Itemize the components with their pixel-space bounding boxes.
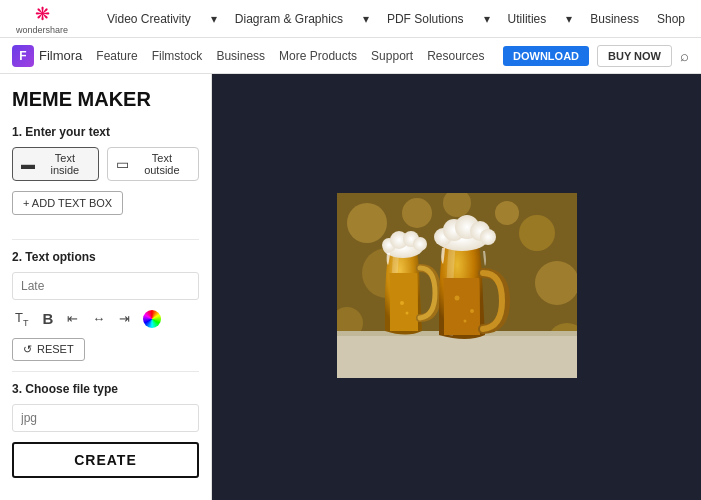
text-inside-label: Text inside <box>40 152 90 176</box>
file-type-section: 3. Choose file type CREATE <box>12 382 199 478</box>
reset-icon: ↺ <box>23 343 32 356</box>
canvas-area <box>212 74 701 500</box>
filmora-logo[interactable]: F Filmora <box>12 45 82 67</box>
svg-point-1 <box>347 203 387 243</box>
filmora-nav-feature[interactable]: Feature <box>96 49 137 63</box>
create-button[interactable]: CREATE <box>12 442 199 478</box>
divider-2 <box>12 371 199 372</box>
meme-maker-title: MEME MAKER <box>12 88 199 111</box>
filmora-logo-text: Filmora <box>39 48 82 63</box>
nav-utilities[interactable]: Utilities <box>508 12 547 26</box>
align-center-button[interactable]: ↔ <box>89 309 108 328</box>
nav-video-creativity[interactable]: Video Creativity <box>107 12 191 26</box>
meme-preview-image <box>337 193 577 378</box>
svg-point-4 <box>519 215 555 251</box>
text-options-section: 2. Text options TT B ⇤ ↔ ⇥ ↺ RESET <box>12 250 199 361</box>
ws-icon: ❋ <box>35 3 50 25</box>
svg-point-23 <box>480 229 496 245</box>
svg-point-2 <box>402 198 432 228</box>
svg-point-6 <box>495 201 519 225</box>
nav-diagram-graphics[interactable]: Diagram & Graphics <box>235 12 343 26</box>
top-navigation: ❋ wondershare Video Creativity▾ Diagram … <box>0 0 701 38</box>
svg-point-27 <box>470 309 474 313</box>
color-picker-button[interactable] <box>143 310 161 328</box>
file-type-input[interactable] <box>12 404 199 432</box>
top-nav-links: Video Creativity▾ Diagram & Graphics▾ PD… <box>107 12 685 26</box>
text-outside-icon: ▭ <box>116 156 129 172</box>
divider-1 <box>12 239 199 240</box>
text-inside-icon: ▬ <box>21 156 35 172</box>
reset-label: RESET <box>37 343 74 355</box>
svg-point-25 <box>405 312 408 315</box>
text-outside-label: Text outside <box>134 152 190 176</box>
text-inside-button[interactable]: ▬ Text inside <box>12 147 99 181</box>
svg-point-28 <box>463 320 466 323</box>
nav-business[interactable]: Business <box>590 12 639 26</box>
step3-label: 3. Choose file type <box>12 382 199 396</box>
text-position-row: ▬ Text inside ▭ Text outside <box>12 147 199 181</box>
svg-point-26 <box>454 296 459 301</box>
step2-label: 2. Text options <box>12 250 199 264</box>
filmora-nav-filmstock[interactable]: Filmstock <box>152 49 203 63</box>
text-outside-button[interactable]: ▭ Text outside <box>107 147 199 181</box>
filmora-nav-resources[interactable]: Resources <box>427 49 484 63</box>
filmora-bar: F Filmora Feature Filmstock Business Mor… <box>0 38 701 74</box>
nav-shop[interactable]: Shop <box>657 12 685 26</box>
download-button[interactable]: DOWNLOAD <box>503 46 589 66</box>
text-input[interactable] <box>12 272 199 300</box>
nav-pdf-solutions[interactable]: PDF Solutions <box>387 12 464 26</box>
filmora-nav-links: Feature Filmstock Business More Products… <box>96 49 489 63</box>
text-format-row: TT B ⇤ ↔ ⇥ <box>12 308 199 330</box>
filmora-bar-right: DOWNLOAD BUY NOW ⌕ <box>503 45 689 67</box>
align-right-button[interactable]: ⇥ <box>116 309 133 328</box>
svg-point-17 <box>413 237 427 251</box>
meme-image-container <box>337 193 577 381</box>
svg-rect-11 <box>337 333 577 378</box>
filmora-nav-business[interactable]: Business <box>216 49 265 63</box>
wondershare-logo[interactable]: ❋ wondershare <box>16 3 68 35</box>
align-left-button[interactable]: ⇤ <box>64 309 81 328</box>
filmora-logo-icon: F <box>12 45 34 67</box>
buy-now-button[interactable]: BUY NOW <box>597 45 672 67</box>
main-layout: MEME MAKER 1. Enter your text ▬ Text ins… <box>0 74 701 500</box>
bold-button[interactable]: B <box>39 308 56 329</box>
filmora-nav-more-products[interactable]: More Products <box>279 49 357 63</box>
add-text-box-button[interactable]: + ADD TEXT BOX <box>12 191 123 215</box>
ws-label: wondershare <box>16 25 68 35</box>
reset-button[interactable]: ↺ RESET <box>12 338 85 361</box>
search-button[interactable]: ⌕ <box>680 47 689 64</box>
filmora-nav-support[interactable]: Support <box>371 49 413 63</box>
search-icon: ⌕ <box>680 47 689 64</box>
svg-point-24 <box>400 301 404 305</box>
sidebar: MEME MAKER 1. Enter your text ▬ Text ins… <box>0 74 212 500</box>
font-size-button[interactable]: TT <box>12 308 31 330</box>
step1-label: 1. Enter your text <box>12 125 199 139</box>
svg-point-5 <box>535 261 577 305</box>
